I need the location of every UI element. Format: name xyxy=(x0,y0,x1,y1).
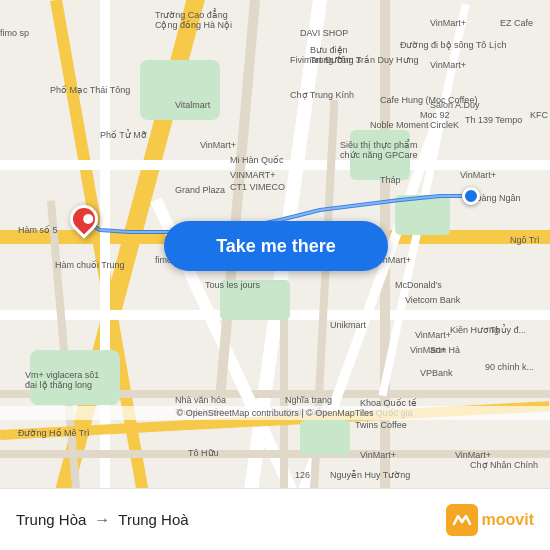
map-label: Siêu thị thực phẩm xyxy=(340,140,418,150)
map-label: Trường Cao đẳng xyxy=(155,10,228,20)
moovit-text: moovit xyxy=(482,511,534,529)
map-label: Phố Tử Mỡ xyxy=(100,130,147,140)
map-label: Hàm số 5 xyxy=(18,225,58,235)
bottom-bar: Trung Hòa → Trung Hoà moovit xyxy=(0,488,550,550)
map-label: Unikmart xyxy=(330,320,366,330)
map-label: VinMart+ xyxy=(430,60,466,70)
route-destination: Trung Hoà xyxy=(118,511,188,528)
map-label: Vitalmart xyxy=(175,100,210,110)
green-area-6 xyxy=(395,195,450,235)
map-label: McDonald's xyxy=(395,280,442,290)
road-diagonal-6 xyxy=(215,0,260,399)
map-label: Cộng đồng Hà Nội xyxy=(155,20,232,30)
map-label: Twins Coffee xyxy=(355,420,407,430)
map-label: Mi Hàn Quốc xyxy=(230,155,284,165)
moovit-icon xyxy=(446,504,478,536)
map-label: Tous les jours xyxy=(205,280,260,290)
map-label: Nhà văn hóa xyxy=(175,395,226,405)
map-label: Đường Hồ Mê Trì xyxy=(18,428,90,438)
map-label: Phố Mạc Thái Tông xyxy=(50,85,130,95)
route-info: Trung Hòa → Trung Hoà xyxy=(16,511,446,529)
map-label: Đường đi bộ sông Tô Lịch xyxy=(400,40,506,50)
map-label: VINMART+ xyxy=(230,170,276,180)
map-label: Noble Moment xyxy=(370,120,429,130)
map-label: Grand Plaza xyxy=(175,185,225,195)
map-label: VinMart+ xyxy=(430,18,466,28)
map-label: EZ Cafe xyxy=(500,18,533,28)
destination-marker xyxy=(462,187,480,205)
map-container: VinMart+EZ Cafefimo spDAVI SHOPTrường Ca… xyxy=(0,0,550,488)
map-label: VinMart+ xyxy=(415,330,451,340)
map-label: Tô Hữu xyxy=(188,448,219,458)
map-label: Đường Trần Duy Hưng xyxy=(325,55,419,65)
map-label: VinMart+ xyxy=(360,450,396,460)
route-arrow-icon: → xyxy=(94,511,110,529)
take-me-there-button[interactable]: Take me there xyxy=(164,221,388,271)
map-label: Chợ Nhân Chính xyxy=(470,460,538,470)
green-area-1 xyxy=(140,60,220,120)
map-label: đai lộ thăng long xyxy=(25,380,92,390)
origin-marker xyxy=(70,205,98,241)
map-label: Salon A.Duy xyxy=(430,100,480,110)
green-area-5 xyxy=(300,420,350,455)
map-label: Vietcom Bank xyxy=(405,295,460,305)
map-label: VinMart+ xyxy=(460,170,496,180)
map-label: Thủy đ... xyxy=(490,325,526,335)
map-label: Hàm chuối Trung xyxy=(55,260,125,270)
map-label: fimo sp xyxy=(0,28,29,38)
map-label: chức năng GPCare xyxy=(340,150,418,160)
moovit-logo: moovit xyxy=(446,504,534,536)
map-attribution: © OpenStreetMap contributors | © OpenMap… xyxy=(0,406,550,420)
map-label: Chợ Trung Kính xyxy=(290,90,354,100)
map-label: Nghĩa trang xyxy=(285,395,332,405)
map-label: Ngô Trì xyxy=(510,235,540,245)
map-label: DAVI SHOP xyxy=(300,28,348,38)
map-label: Moc 92 xyxy=(420,110,450,120)
app: VinMart+EZ Cafefimo spDAVI SHOPTrường Ca… xyxy=(0,0,550,550)
map-label: VinMart+ xyxy=(410,345,446,355)
map-label: Tháp xyxy=(380,175,401,185)
map-label: KFC xyxy=(530,110,548,120)
map-label: Bưu điện xyxy=(310,45,348,55)
road-extra-6 xyxy=(280,300,288,488)
map-label: CT1 VIMECO xyxy=(230,182,285,192)
map-label: Th 139 Tempo xyxy=(465,115,522,125)
map-label: 126 xyxy=(295,470,310,480)
map-label: VinMart+ xyxy=(200,140,236,150)
map-label: VPBank xyxy=(420,368,453,378)
map-label: 90 chính k... xyxy=(485,362,534,372)
route-origin: Trung Hòa xyxy=(16,511,86,528)
map-label: CircleK xyxy=(430,120,459,130)
map-label: Vm+ viglacera sô1 xyxy=(25,370,99,380)
map-label: VinMart+ xyxy=(455,450,491,460)
map-label: Nguyễn Huy Tường xyxy=(330,470,410,480)
